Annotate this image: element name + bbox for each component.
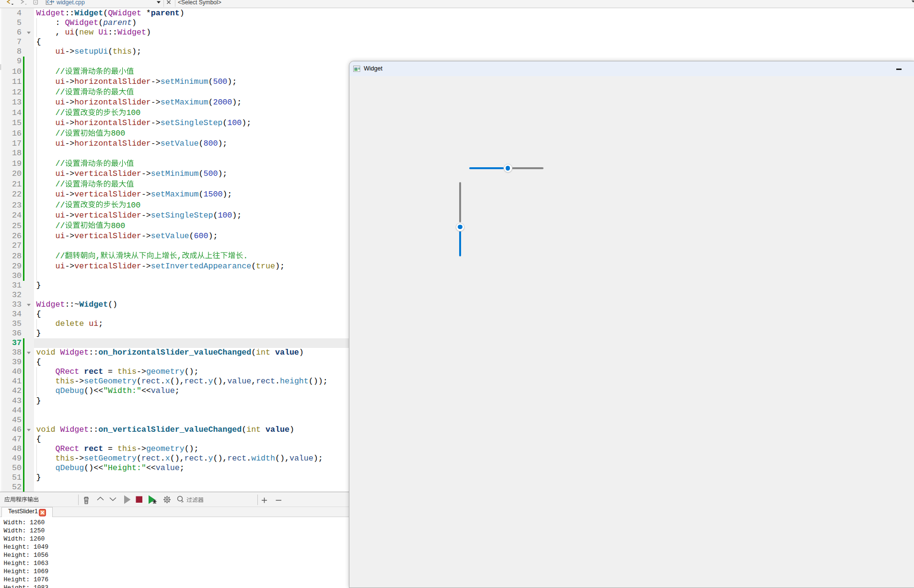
svg-text:C++: C++: [47, 0, 55, 4]
